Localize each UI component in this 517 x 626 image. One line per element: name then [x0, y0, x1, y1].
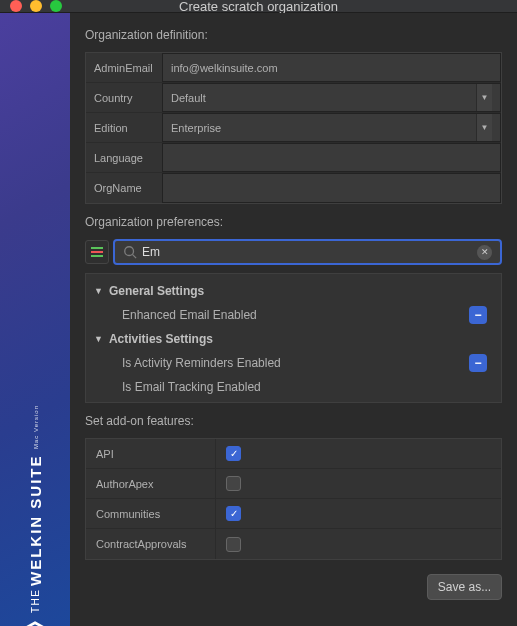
feature-label: Communities: [86, 499, 216, 528]
tree-item[interactable]: Enhanced Email Enabled−: [86, 302, 501, 328]
feature-checkbox-api[interactable]: ✓: [226, 446, 241, 461]
org-definition-label: Organization definition:: [85, 28, 502, 42]
minimize-window-button[interactable]: [30, 0, 42, 12]
field-label: AdminEmail: [86, 53, 162, 82]
titlebar: Create scratch organization: [0, 0, 517, 13]
prefs-tree: ▼General Settings Enhanced Email Enabled…: [85, 273, 502, 403]
chevron-down-icon: ▼: [94, 334, 103, 344]
field-label: OrgName: [86, 173, 162, 203]
brand-logo: THE WELKIN SUITE Mac Version: [14, 405, 56, 626]
sidebar: THE WELKIN SUITE Mac Version: [0, 13, 70, 626]
org-definition-table: AdminEmail CountryDefault▼ EditionEnterp…: [85, 52, 502, 204]
clear-search-icon[interactable]: ✕: [477, 245, 492, 260]
chevron-down-icon: ▼: [94, 286, 103, 296]
prefs-search-input[interactable]: [142, 245, 477, 259]
welkin-logo-icon: [14, 621, 56, 626]
tree-group-header[interactable]: ▼Activities Settings: [86, 328, 501, 350]
svg-rect-2: [91, 251, 103, 253]
chevron-down-icon: ▼: [476, 114, 492, 141]
feature-checkbox-authorapex[interactable]: [226, 476, 241, 491]
svg-rect-3: [91, 255, 103, 257]
prefs-search[interactable]: ✕: [113, 239, 502, 265]
close-window-button[interactable]: [10, 0, 22, 12]
features-table: API✓ AuthorApex Communities✓ ContractApp…: [85, 438, 502, 560]
feature-checkbox-contractapprovals[interactable]: [226, 537, 241, 552]
feature-label: AuthorApex: [86, 469, 216, 498]
toggle-minus-icon[interactable]: −: [469, 354, 487, 372]
svg-line-5: [133, 255, 137, 259]
tree-item[interactable]: Is Activity Reminders Enabled−: [86, 350, 501, 376]
field-label: Language: [86, 143, 162, 172]
tree-group-header[interactable]: ▼General Settings: [86, 280, 501, 302]
svg-point-4: [125, 247, 134, 256]
tree-item[interactable]: Is Email Tracking Enabled: [86, 376, 501, 398]
orgname-input[interactable]: [162, 173, 501, 203]
save-as-button[interactable]: Save as...: [427, 574, 502, 600]
features-label: Set add-on features:: [85, 414, 502, 428]
feature-checkbox-communities[interactable]: ✓: [226, 506, 241, 521]
field-label: Country: [86, 83, 162, 112]
search-icon: [123, 245, 137, 259]
org-preferences-label: Organization preferences:: [85, 215, 502, 229]
edition-select[interactable]: Enterprise▼: [162, 113, 501, 142]
toggle-minus-icon[interactable]: −: [469, 306, 487, 324]
field-label: Edition: [86, 113, 162, 142]
feature-label: ContractApprovals: [86, 529, 216, 559]
admin-email-input[interactable]: [162, 53, 501, 82]
country-select[interactable]: Default▼: [162, 83, 501, 112]
prefs-filter-icon[interactable]: [85, 240, 109, 264]
maximize-window-button[interactable]: [50, 0, 62, 12]
feature-label: API: [86, 439, 216, 468]
chevron-down-icon: ▼: [476, 84, 492, 111]
language-input[interactable]: [162, 143, 501, 172]
svg-rect-1: [91, 247, 103, 249]
window-title: Create scratch organization: [0, 0, 517, 14]
